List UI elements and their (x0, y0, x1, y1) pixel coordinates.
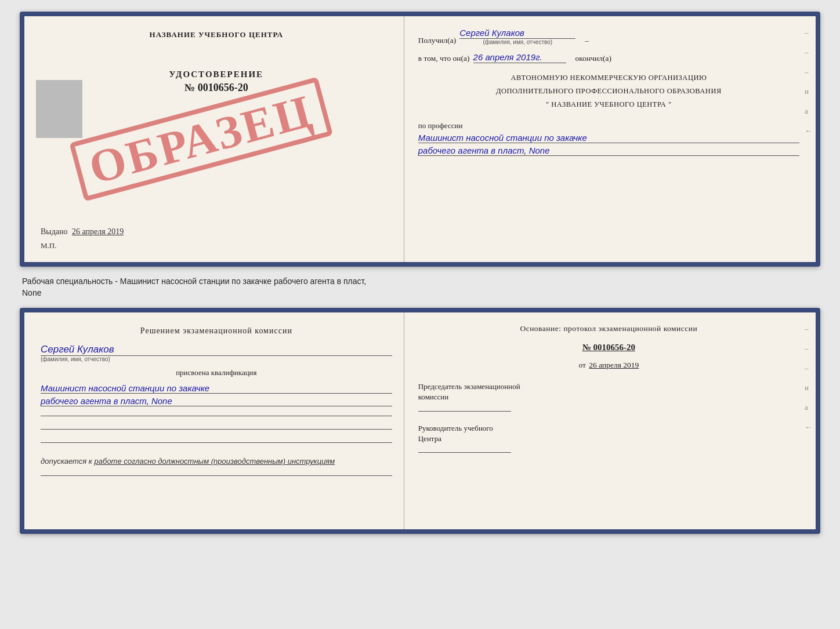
centr-label: Центра (418, 434, 441, 443)
predsedatel-label: Председатель экзаменационной комиссии (418, 381, 799, 402)
document-top: НАЗВАНИЕ УЧЕБНОГО ЦЕНТРА ОБРАЗЕЦ УДОСТОВ… (20, 12, 820, 267)
poluchil-row: Получил(а) Сергей Кулаков (фамилия, имя,… (418, 28, 799, 45)
ot-date-bottom: от 26 апреля 2019 (418, 361, 799, 370)
ot-date-value: 26 апреля 2019 (589, 361, 639, 369)
predsedatel-label-text: Председатель экзаменационной (418, 382, 520, 391)
udostoverenie-num: № 0010656-20 (41, 82, 392, 94)
dash-top-1: – (805, 28, 812, 37)
ot-label: от (578, 361, 585, 369)
separator-line2: None (22, 288, 41, 297)
udostoverenie-label: УДОСТОВЕРЕНИЕ (41, 70, 392, 79)
profession-line1-top: Машинист насосной станции по закачке (418, 133, 799, 143)
komissia-text: Решением экзаменационной комиссии (41, 326, 392, 336)
block-line2: ДОПОЛНИТЕЛЬНОГО ПРОФЕССИОНАЛЬНОГО ОБРАЗО… (418, 86, 799, 97)
rukovoditel-label: Руководитель учебного Центра (418, 423, 799, 444)
podpis-block-2: Руководитель учебного Центра (418, 423, 799, 453)
photo-placeholder (36, 80, 82, 138)
protocol-num: № 0010656-20 (418, 343, 799, 352)
separator-line-1 (41, 416, 392, 416)
rukovoditel-label-text: Руководитель учебного (418, 424, 493, 432)
separator-line-4 (41, 475, 392, 476)
okончил-label: окончил(а) (575, 54, 611, 63)
dash-top-a: а (805, 107, 812, 116)
person-block: Сергей Кулаков (фамилия, имя, отчество) (41, 344, 392, 362)
dash-bot-3: – (805, 363, 812, 373)
right-side-dashes: – – – и а ← (805, 28, 812, 136)
block-line3: " НАЗВАНИЕ УЧЕБНОГО ЦЕНТРА " (418, 99, 799, 110)
separator-line-3 (41, 442, 392, 443)
bottom-right-dashes: – – – и а ← (805, 324, 812, 432)
dash-top-arrow: ← (805, 126, 812, 136)
vtom-date: 26 апреля 2019г. (473, 52, 566, 63)
komissia-label2: комиссии (418, 392, 449, 401)
separator-line1: Рабочая специальность - Машинист насосно… (22, 277, 366, 286)
separator-line-2 (41, 429, 392, 430)
mp-label: М.П. (41, 241, 392, 250)
dopuskaetsya-value: работе согласно должностным (производств… (95, 457, 335, 466)
dopuskaetsya-label: допускается к работе согласно должностны… (41, 457, 335, 466)
poluchil-value: Сергей Кулаков (459, 28, 575, 39)
familiya-hint: (фамилия, имя, отчество) (459, 39, 575, 45)
profession-line2-top: рабочего агента в пласт, None (418, 146, 799, 156)
doc-right: Получил(а) Сергей Кулаков (фамилия, имя,… (404, 16, 816, 262)
udostoverenie-block: УДОСТОВЕРЕНИЕ № 0010656-20 (41, 70, 392, 94)
familiya-hint-bottom: (фамилия, имя, отчество) (41, 356, 392, 362)
dash-top-2: – (805, 48, 812, 57)
poluchil-label: Получил(а) (418, 36, 457, 45)
vtom-row: в том, что он(а) 26 апреля 2019г. окончи… (418, 52, 799, 63)
block-line1: АВТОНОМНУЮ НЕКОММЕРЧЕСКУЮ ОРГАНИЗАЦИЮ (418, 72, 799, 83)
dash-bot-arrow: ← (805, 423, 812, 432)
doc-bottom-right: Основание: протокол экзаменационной коми… (404, 312, 816, 529)
poluchil-dash: – (585, 36, 589, 45)
vydano-date: 26 апреля 2019 (72, 227, 124, 236)
prisvoena-label: присвоена квалификация (41, 368, 392, 377)
document-bottom: Решением экзаменационной комиссии Сергей… (20, 308, 820, 534)
podpis-block-1: Председатель экзаменационной комиссии (418, 381, 799, 411)
doc-bottom-left: Решением экзаменационной комиссии Сергей… (24, 312, 404, 529)
dopuskaetsya-block: допускается к работе согласно должностны… (41, 456, 392, 466)
dopuskaetsya-label-text: допускается к (41, 457, 92, 466)
po-professii-area: по профессии Машинист насосной станции п… (418, 118, 799, 156)
stamp-obrazec: ОБРАЗЕЦ (69, 77, 333, 201)
vtom-label: в том, что он(а) (418, 54, 470, 63)
dash-bot-1: – (805, 324, 812, 333)
profession-line1-bottom: Машинист насосной станции по закачке (41, 383, 392, 394)
dash-bot-i: и (805, 383, 812, 392)
center-title: НАЗВАНИЕ УЧЕБНОГО ЦЕНТРА (41, 30, 392, 39)
dash-bot-a: а (805, 403, 812, 412)
podpis-line-1 (418, 411, 511, 412)
podpis-line-2 (418, 452, 511, 453)
separator-text: Рабочая специальность - Машинист насосно… (20, 276, 820, 299)
doc-left: НАЗВАНИЕ УЧЕБНОГО ЦЕНТРА ОБРАЗЕЦ УДОСТОВ… (24, 16, 404, 262)
vydano-label: Выдано (41, 227, 68, 236)
osnovaniye-text: Основание: протокол экзаменационной коми… (418, 324, 799, 333)
vydano-row: Выдано 26 апреля 2019 (41, 227, 392, 237)
dash-top-i: и (805, 87, 812, 96)
block-text-area: АВТОНОМНУЮ НЕКОММЕРЧЕСКУЮ ОРГАНИЗАЦИЮ ДО… (418, 70, 799, 112)
po-professii-label: по профессии (418, 121, 799, 130)
dash-bot-2: – (805, 344, 812, 353)
profession-blue-block: Машинист насосной станции по закачке раб… (41, 383, 392, 406)
person-name-bottom: Сергей Кулаков (41, 344, 392, 356)
profession-line2-bottom: рабочего агента в пласт, None (41, 396, 392, 406)
dash-top-3: – (805, 67, 812, 77)
